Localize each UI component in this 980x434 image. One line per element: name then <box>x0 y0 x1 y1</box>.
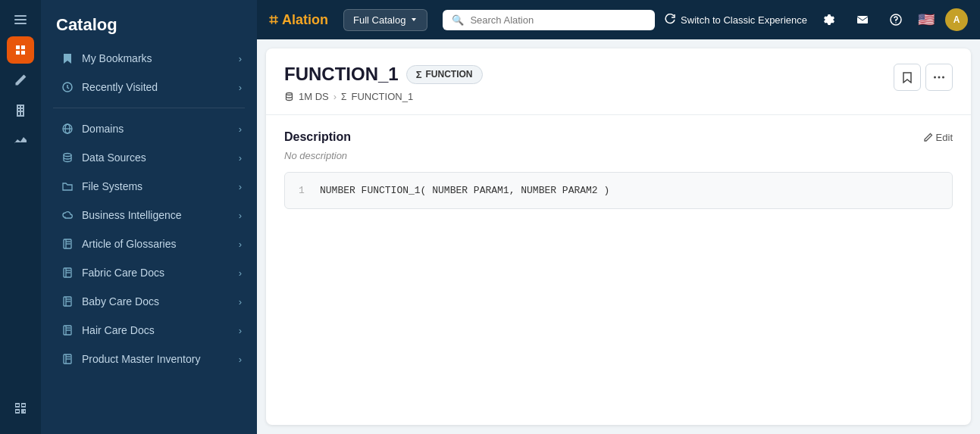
content-header: FUNCTION_1 Σ FUNCTION 1M DS › <box>266 48 971 115</box>
sidebar-label-product-master-inventory: Product Master Inventory <box>82 353 200 365</box>
search-input[interactable] <box>470 14 646 26</box>
sidebar-title: Catalog <box>41 0 257 44</box>
refresh-icon <box>664 14 676 26</box>
svg-point-32 <box>934 76 936 79</box>
sidebar-item-domains[interactable]: Domains › <box>45 115 252 142</box>
hamburger-menu-button[interactable] <box>7 6 34 33</box>
search-bar[interactable]: 🔍 <box>443 10 655 30</box>
page-title: FUNCTION_1 <box>284 64 399 85</box>
svg-point-33 <box>938 76 941 79</box>
chevron-down-icon <box>410 16 418 23</box>
description-title: Description <box>284 130 351 144</box>
sidebar-item-article-of-glossaries[interactable]: Article of Glossaries › <box>45 230 252 258</box>
bookmark-icon <box>61 52 74 65</box>
sidebar-label-data-sources: Data Sources <box>82 151 146 164</box>
more-options-button[interactable] <box>925 64 953 91</box>
book2-icon <box>61 266 74 279</box>
logo-text: Alation <box>282 12 328 28</box>
breadcrumb: 1M DS › Σ FUNCTION_1 <box>284 91 483 102</box>
svg-rect-2 <box>14 23 27 24</box>
sidebar-item-data-sources[interactable]: Data Sources › <box>45 144 252 171</box>
content-panel: FUNCTION_1 Σ FUNCTION 1M DS › <box>266 48 971 425</box>
sidebar-item-left: Article of Glossaries <box>61 237 176 251</box>
sidebar-item-left: Business Intelligence <box>61 208 182 222</box>
switch-classic-button[interactable]: Switch to Classic Experience <box>664 14 807 26</box>
chart-nav-button[interactable] <box>7 127 34 155</box>
sidebar-label-fabric-care-docs: Fabric Care Docs <box>82 267 164 279</box>
building-nav-button[interactable] <box>7 97 34 124</box>
mail-button[interactable] <box>851 8 874 31</box>
sidebar-label-file-systems: File Systems <box>82 180 142 192</box>
sidebar-arrow-baby-care-docs: › <box>239 296 242 308</box>
ds-icon <box>284 92 294 101</box>
description-header: Description Edit <box>284 130 953 144</box>
function-badge-label: FUNCTION <box>426 69 473 80</box>
description-section: Description Edit No description 1 NUMBER… <box>266 115 971 224</box>
sidebar-arrow-file-systems: › <box>239 181 242 192</box>
book4-icon <box>61 323 74 337</box>
book-icon <box>61 237 74 251</box>
pencil-nav-button[interactable] <box>7 67 34 94</box>
breadcrumb-fn: FUNCTION_1 <box>352 91 414 102</box>
sidebar-label-business-intelligence: Business Intelligence <box>82 209 182 221</box>
content-title-area: FUNCTION_1 Σ FUNCTION 1M DS › <box>284 64 483 102</box>
sidebar-arrow-domains: › <box>239 123 242 135</box>
folder-icon <box>61 180 74 193</box>
code-content: NUMBER FUNCTION_1( NUMBER PARAM1, NUMBER… <box>320 185 609 196</box>
sidebar-item-left: Product Master Inventory <box>61 352 200 366</box>
language-flag[interactable]: 🇺🇸 <box>918 11 935 28</box>
sidebar-arrow-my-bookmarks: › <box>239 53 242 64</box>
function-badge: Σ FUNCTION <box>406 65 483 84</box>
sidebar-item-baby-care-docs[interactable]: Baby Care Docs › <box>45 288 252 315</box>
sidebar-arrow-recently-visited: › <box>239 82 242 93</box>
svg-rect-28 <box>857 16 868 23</box>
sidebar-item-my-bookmarks[interactable]: My Bookmarks › <box>45 45 252 72</box>
icon-bar <box>0 0 41 434</box>
svg-rect-1 <box>14 19 27 20</box>
sidebar-arrow-data-sources: › <box>239 152 242 164</box>
icon-bar-top <box>7 6 34 155</box>
add-apps-button[interactable] <box>7 395 34 422</box>
alation-logo: ⌗ Alation <box>269 11 328 29</box>
clock-icon <box>61 80 74 94</box>
code-block: 1 NUMBER FUNCTION_1( NUMBER PARAM1, NUMB… <box>284 172 953 209</box>
user-avatar[interactable]: A <box>945 8 968 31</box>
sidebar-arrow-business-intelligence: › <box>239 210 242 221</box>
catalog-dropdown[interactable]: Full Catalog <box>343 9 427 31</box>
sidebar-label-article-of-glossaries: Article of Glossaries <box>82 238 176 250</box>
breadcrumb-separator: › <box>333 91 337 102</box>
book3-icon <box>61 295 74 308</box>
no-description-text: No description <box>284 150 953 161</box>
svg-rect-0 <box>14 15 27 17</box>
sidebar-item-fabric-care-docs[interactable]: Fabric Care Docs › <box>45 259 252 286</box>
bookmark-action-button[interactable] <box>894 64 921 91</box>
globe-icon <box>61 122 74 136</box>
edit-button[interactable]: Edit <box>923 132 953 143</box>
catalog-nav-button[interactable] <box>7 36 34 64</box>
sidebar-arrow-hair-care-docs: › <box>239 325 242 336</box>
catalog-dropdown-label: Full Catalog <box>353 14 405 26</box>
logo-icon: ⌗ <box>269 11 277 29</box>
sidebar-item-hair-care-docs[interactable]: Hair Care Docs › <box>45 317 252 344</box>
svg-point-34 <box>942 76 944 79</box>
pencil-icon <box>923 133 933 142</box>
search-icon: 🔍 <box>452 14 464 26</box>
sidebar-label-baby-care-docs: Baby Care Docs <box>82 295 159 308</box>
settings-button[interactable] <box>818 8 841 31</box>
code-line-number: 1 <box>299 185 308 196</box>
ellipsis-icon <box>933 71 945 83</box>
sidebar-label-my-bookmarks: My Bookmarks <box>82 52 152 64</box>
sidebar-arrow-article-of-glossaries: › <box>239 239 242 250</box>
svg-point-31 <box>286 93 293 95</box>
help-icon <box>890 14 902 26</box>
sigma-icon: Σ <box>416 69 422 80</box>
sidebar-item-recently-visited[interactable]: Recently Visited › <box>45 73 252 101</box>
database-icon <box>61 151 74 164</box>
help-button[interactable] <box>885 8 907 31</box>
nav-right: Switch to Classic Experience <box>664 8 968 31</box>
sidebar-item-product-master-inventory[interactable]: Product Master Inventory › <box>45 345 252 373</box>
content-title-row: FUNCTION_1 Σ FUNCTION <box>284 64 483 85</box>
sidebar-item-business-intelligence[interactable]: Business Intelligence › <box>45 201 252 229</box>
sidebar-item-file-systems[interactable]: File Systems › <box>45 173 252 200</box>
switch-classic-label: Switch to Classic Experience <box>681 14 807 26</box>
